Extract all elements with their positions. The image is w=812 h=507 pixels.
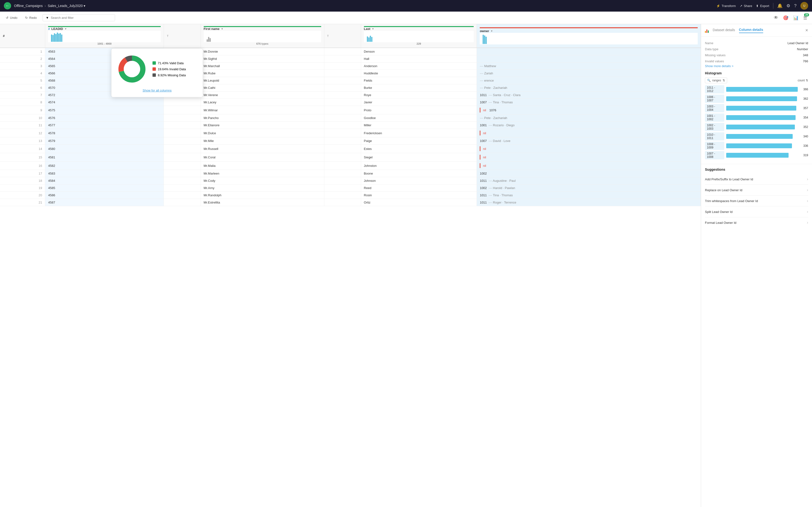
- cell-ownerid: nil 1076: [477, 106, 701, 114]
- share-icon: ↗: [740, 4, 743, 8]
- transform-label: Transform: [722, 4, 736, 8]
- sort-leadid[interactable]: ▼: [64, 27, 67, 30]
- help-button[interactable]: ?: [794, 3, 797, 8]
- transform-button[interactable]: ⚡ Transform: [716, 4, 736, 8]
- suggestion-item[interactable]: Format Lead Owner Id ›: [705, 217, 808, 228]
- hist-bar: [726, 87, 798, 92]
- search-input[interactable]: [51, 16, 112, 19]
- back-button[interactable]: ←: [4, 2, 11, 9]
- cell-t1: [164, 192, 201, 199]
- hist-range-label: ranges: [712, 79, 721, 82]
- cell-t1: [164, 170, 201, 177]
- chevron-right-icon: ›: [807, 188, 808, 192]
- show-more-link[interactable]: Show more details >: [705, 64, 733, 68]
- sort-lastname[interactable]: ▼: [372, 27, 374, 30]
- suggestions-title: Suggestions: [705, 168, 808, 171]
- share-button[interactable]: ↗ Share: [740, 4, 752, 8]
- cell-ownerid: ···· erence: [477, 77, 701, 84]
- histogram-row: 1006 - 1007 362: [705, 95, 808, 103]
- cell-t2: [324, 70, 361, 77]
- cell-t1: [164, 199, 201, 206]
- cell-ownerid: 1007 ···· David · Love: [477, 137, 701, 145]
- suggestion-item[interactable]: Replace on Lead Owner Id ›: [705, 185, 808, 195]
- histogram-row: 1007 - 1008 319: [705, 151, 808, 159]
- cell-ownerid: 1011 ···· Augustine · Paul: [477, 177, 701, 184]
- cell-t1: [164, 162, 201, 170]
- show-all-columns-link[interactable]: Show for all columns: [116, 89, 198, 92]
- count-label: count: [798, 79, 805, 82]
- file-dropdown[interactable]: Sales_Leads_July2020 ▾: [48, 4, 85, 8]
- dropdown-arrow-icon: ▾: [84, 4, 85, 8]
- chart-button[interactable]: 📊: [792, 14, 800, 21]
- cell-rownum: 11: [0, 122, 45, 129]
- cell-leadid: 4587: [45, 199, 164, 206]
- suggestion-item[interactable]: Trim whitespaces from Lead Owner Id ›: [705, 195, 808, 207]
- cell-t1: [164, 177, 201, 184]
- col-header-leadid[interactable]: # LEADID ▼: [45, 24, 164, 48]
- col-header-firstname[interactable]: First name ▼ 676 types: [201, 24, 324, 48]
- hist-range-label: 1006 - 1007: [705, 95, 724, 103]
- cell-leadid: 4576: [45, 114, 164, 122]
- col-header-rownum: #: [0, 24, 45, 48]
- cell-t2: [324, 170, 361, 177]
- col-header-lastname[interactable]: Last ▼ 229: [361, 24, 477, 48]
- avatar[interactable]: U: [800, 2, 808, 10]
- undo-button[interactable]: ↺ Undo: [4, 14, 19, 21]
- cell-ownerid: 1011 ···· Santa · Cruz · Clara: [477, 92, 701, 99]
- cell-rownum: 6: [0, 84, 45, 92]
- sort-owner[interactable]: ▼: [491, 30, 493, 32]
- cell-t2: [324, 184, 361, 192]
- cell-ownerid: ···· Pete · Zachariah: [477, 114, 701, 122]
- cell-t2: [324, 77, 361, 84]
- panel-close-button[interactable]: ×: [805, 27, 808, 33]
- col-header-t2: T: [324, 24, 361, 48]
- missing-label: Missing values: [705, 53, 725, 57]
- table-row: 8 4574 Mr.Lacey Javier 1007 ···· Tina · …: [0, 99, 701, 106]
- cell-t2: [324, 62, 361, 70]
- invalid-value: 766: [803, 59, 808, 63]
- table-container[interactable]: # # LEADID ▼: [0, 24, 701, 507]
- cell-rownum: 8: [0, 99, 45, 106]
- hist-count-value: 362: [800, 97, 808, 101]
- cell-t2: [324, 55, 361, 62]
- search-box[interactable]: ▼: [43, 14, 115, 21]
- invalid-label: Invalid values: [705, 59, 724, 63]
- suggestion-item[interactable]: Split Lead Owner Id ›: [705, 207, 808, 217]
- cell-lastname: Burke: [361, 84, 477, 92]
- undo-icon: ↺: [6, 16, 8, 19]
- project-name: Offline_Campaigns: [14, 4, 43, 8]
- table-row: 16 4582 Mr.Malia Johnston nil: [0, 162, 701, 170]
- visibility-button[interactable]: 👁: [773, 14, 779, 21]
- cell-rownum: 12: [0, 129, 45, 137]
- table-row: 14 4580 Mr.Russell Estes nil: [0, 145, 701, 153]
- tab-dataset[interactable]: Dataset details: [713, 28, 735, 33]
- export-button[interactable]: ⬆ Export: [756, 4, 769, 8]
- cell-rownum: 5: [0, 77, 45, 84]
- hist-range-label: 1003 - 1004: [705, 104, 724, 112]
- legend-missing: 8.92% Missing Data: [152, 73, 186, 77]
- cell-leadid: 4581: [45, 153, 164, 162]
- suggestions-section: Suggestions Add Prefix/Suffix to Lead Ow…: [701, 164, 812, 231]
- donut-chart-container: 71.43% Valid Data 19.64% Invalid Data 8.…: [116, 53, 198, 85]
- hist-search-control[interactable]: 🔍 ranges ⇅: [705, 77, 727, 83]
- sort-firstname[interactable]: ▼: [221, 27, 223, 30]
- cell-rownum: 20: [0, 192, 45, 199]
- cell-t1: [164, 129, 201, 137]
- invalid-label: 19.64% Invalid Data: [158, 67, 186, 71]
- table-row: 4 4566 Mr.Rube Huddleste ···· Zariah: [0, 70, 701, 77]
- cell-firstname: Mr.Lacey: [201, 99, 324, 106]
- col-header-owner[interactable]: owner ▼: [477, 24, 701, 48]
- suggestion-item[interactable]: Add Prefix/Suffix to Lead Owner Id ›: [705, 174, 808, 185]
- missing-row: Missing values 348: [705, 52, 808, 58]
- cell-firstname: Mr.Dulce: [201, 129, 324, 137]
- tab-column[interactable]: Column details: [739, 28, 763, 33]
- filter-button[interactable]: 🎯: [782, 14, 789, 21]
- notifications-button[interactable]: 🔔: [777, 3, 782, 8]
- redo-button[interactable]: ↻ Redo: [23, 14, 39, 21]
- cell-firstname: Mr.Cathi: [201, 84, 324, 92]
- layers-button[interactable]: ☰ 29: [802, 14, 808, 21]
- hist-range-label: 1010 - 1011: [705, 132, 724, 140]
- settings-button[interactable]: ⚙: [786, 3, 790, 8]
- cell-firstname: Mr.Verene: [201, 92, 324, 99]
- hist-bar: [726, 106, 798, 111]
